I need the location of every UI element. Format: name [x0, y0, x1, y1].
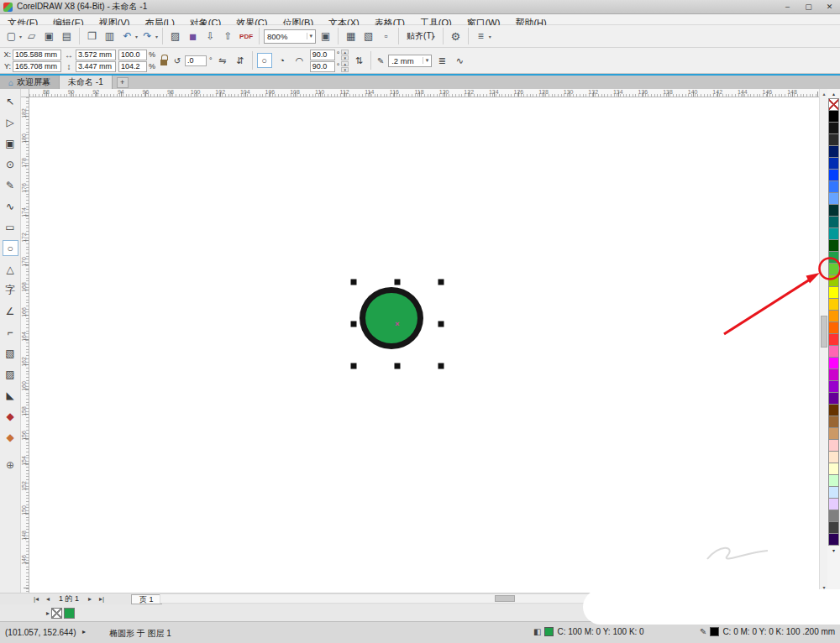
print-button[interactable]: ▤ [59, 28, 75, 45]
outline-pen-tool[interactable]: ◆ [3, 408, 18, 424]
pdf-button[interactable]: PDF [238, 28, 255, 45]
palette-swatch-1[interactable] [828, 110, 839, 123]
palette-swatch-35[interactable] [828, 510, 839, 522]
view-pages-button[interactable]: ▦ [343, 28, 359, 45]
lock-ratio-button[interactable] [158, 50, 170, 71]
palette-swatch-24[interactable] [828, 380, 839, 393]
zoom-level-combo[interactable]: 800% ▾ [264, 29, 316, 44]
transparency-tool[interactable]: ▨ [3, 366, 18, 382]
start-angle-field[interactable]: 90.0 [310, 50, 335, 60]
add-tool-button[interactable]: ⊕ [3, 457, 18, 473]
palette-scroll-down-button[interactable]: ▾ [827, 546, 840, 556]
palette-no-color-swatch[interactable] [828, 98, 839, 111]
fill-tool[interactable]: ◆ [3, 429, 18, 445]
palette-swatch-3[interactable] [828, 133, 839, 146]
selection-handle[interactable] [438, 363, 444, 369]
palette-swatch-17[interactable] [828, 298, 839, 311]
palette-swatch-28[interactable] [828, 427, 839, 440]
selection-handle[interactable] [351, 280, 357, 285]
crop-tool[interactable]: ▣ [3, 135, 18, 151]
doc-palette-none-swatch[interactable] [51, 608, 62, 619]
ellipse-mode-button[interactable]: ○ [257, 53, 272, 68]
selection-handle[interactable] [351, 322, 357, 327]
palette-swatch-32[interactable] [828, 474, 839, 487]
palette-swatch-27[interactable] [828, 416, 839, 428]
end-angle-spinner[interactable]: ▴ ▾ [341, 61, 349, 72]
pie-mode-button[interactable]: ◔ [275, 53, 290, 68]
undo-button[interactable]: ↶ [119, 28, 135, 45]
outline-width-combo[interactable]: .2 mm ▾ [388, 55, 432, 67]
zoom-tool[interactable]: ⊙ [3, 156, 18, 172]
snap-to-dropdown[interactable]: 贴齐(T) ▾ [403, 28, 438, 44]
scale-y-field[interactable]: 104.2 [118, 61, 147, 72]
redo-caret-icon[interactable]: ▾ [155, 34, 158, 39]
undo-caret-icon[interactable]: ▾ [135, 34, 138, 39]
vertical-scrollbar-thumb[interactable] [821, 316, 827, 348]
page-tab[interactable]: 页 1 [131, 594, 162, 604]
palette-swatch-19[interactable] [828, 322, 839, 334]
arc-mode-button[interactable]: ◠ [292, 53, 307, 68]
wrap-text-button[interactable]: ≣ [434, 53, 449, 68]
palette-swatch-9[interactable] [828, 204, 839, 217]
options-button[interactable]: ⚙ [448, 28, 464, 45]
palette-swatch-8[interactable] [828, 192, 839, 205]
vertical-scrollbar[interactable]: ▴ ▾ [819, 89, 827, 593]
palette-swatch-23[interactable] [828, 369, 839, 381]
zoom-caret-icon[interactable]: ▾ [307, 33, 313, 39]
palette-swatch-29[interactable] [828, 439, 839, 452]
tab-document[interactable]: 未命名 -1 [60, 76, 113, 89]
vertical-ruler[interactable]: 1821801781761741721701681661641621601581… [21, 97, 29, 593]
scale-x-field[interactable]: 100.0 [118, 50, 147, 60]
draw-bounding-box-button[interactable]: ▫ [378, 28, 394, 45]
convert-to-curves-button[interactable]: ∿ [452, 53, 467, 68]
palette-swatch-6[interactable] [828, 169, 839, 181]
selection-handle[interactable] [395, 280, 401, 285]
selection-handle[interactable] [395, 363, 401, 369]
palette-swatch-18[interactable] [828, 310, 839, 322]
parallel-dimension-tool[interactable]: ∠ [3, 303, 18, 319]
palette-swatch-22[interactable] [828, 357, 839, 369]
maximize-button[interactable]: ▢ [798, 0, 819, 13]
drawing-canvas[interactable]: × [29, 97, 819, 593]
palette-swatch-16[interactable] [828, 286, 839, 299]
end-angle-field[interactable]: 90.0 [310, 61, 335, 72]
selection-handle[interactable] [438, 322, 444, 327]
minimize-button[interactable]: – [777, 0, 798, 13]
palette-swatch-26[interactable] [828, 404, 839, 416]
open-button[interactable]: ▱ [24, 28, 39, 45]
new-document-caret-icon[interactable]: ▾ [19, 34, 22, 39]
drop-shadow-tool[interactable]: ▧ [3, 345, 18, 361]
next-page-button[interactable]: ▸ [84, 595, 96, 603]
rectangle-tool[interactable]: ▭ [3, 219, 18, 235]
import-button[interactable]: ⇩ [202, 28, 218, 45]
palette-swatch-37[interactable] [828, 533, 839, 546]
start-angle-spinner[interactable]: ▴ ▾ [341, 50, 349, 60]
object-width-field[interactable]: 3.572 mm [76, 50, 116, 60]
palette-swatch-21[interactable] [828, 345, 839, 358]
view-grid-button[interactable]: ▧ [360, 28, 376, 45]
palette-swatch-33[interactable] [828, 486, 839, 499]
tab-welcome-screen[interactable]: ⌂ 欢迎屏幕 [0, 76, 60, 89]
selection-handle[interactable] [351, 363, 357, 369]
palette-swatch-31[interactable] [828, 463, 839, 475]
new-document-button[interactable]: ▢ [3, 28, 19, 45]
spin-up-icon[interactable]: ▴ [341, 61, 349, 66]
ruler-corner[interactable] [21, 89, 29, 97]
palette-swatch-7[interactable] [828, 180, 839, 193]
palette-swatch-5[interactable] [828, 157, 839, 170]
palette-swatch-14[interactable] [828, 263, 839, 275]
rotation-angle-field[interactable]: .0 [185, 55, 207, 66]
shape-tool[interactable]: ▷ [3, 114, 18, 130]
doc-palette-green-swatch[interactable] [64, 608, 75, 619]
customize-caret-icon[interactable]: ▾ [489, 34, 491, 39]
close-button[interactable]: ✕ [819, 0, 840, 13]
text-tool[interactable]: 字 [3, 282, 18, 298]
palette-swatch-30[interactable] [828, 451, 839, 463]
selected-ellipse[interactable] [360, 287, 423, 349]
palette-swatch-11[interactable] [828, 227, 839, 240]
connector-tool[interactable]: ⌐ [3, 324, 18, 340]
palette-swatch-34[interactable] [828, 498, 839, 510]
paste-button[interactable]: ▥ [102, 28, 118, 45]
last-page-button[interactable]: ▸| [96, 595, 108, 603]
prev-page-button[interactable]: ◂ [42, 595, 54, 603]
